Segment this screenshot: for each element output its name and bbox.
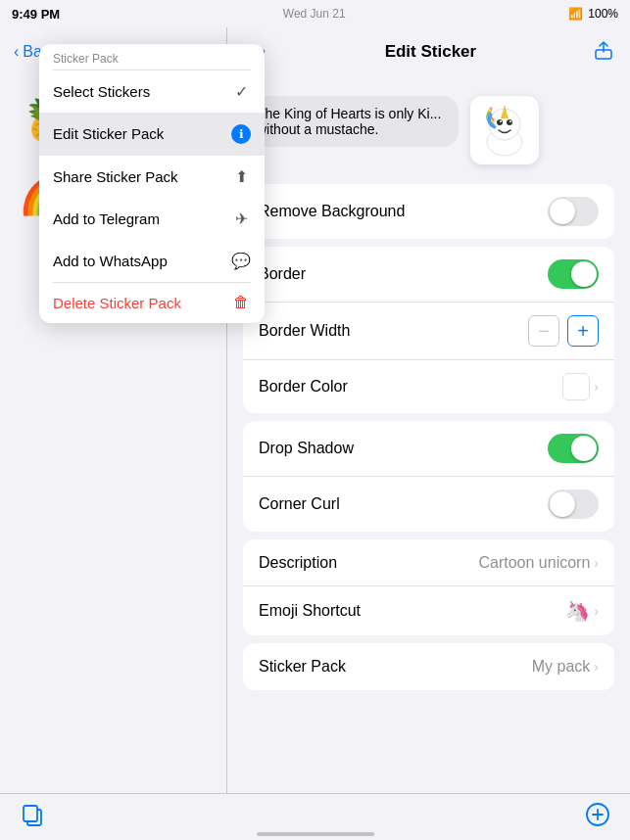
preview-bubble: The King of Hearts is only Ki... without… [243,96,459,147]
remove-bg-label: Remove Background [259,203,405,220]
settings-section-sticker-pack: Sticker Pack My pack › [243,643,614,690]
corner-curl-label: Corner Curl [259,495,340,513]
dropdown-item-add-whatsapp[interactable]: Add to WhatsApp 💬 [39,240,265,282]
description-label: Description [259,554,337,572]
settings-row-sticker-pack[interactable]: Sticker Pack My pack › [243,643,614,690]
svg-point-6 [500,120,502,122]
dropdown-menu: Sticker Pack Select Stickers ✓ Edit Stic… [39,44,265,323]
dropdown-item-share-sticker-pack[interactable]: Share Sticker Pack ⬆ [39,156,265,198]
settings-section-border: Border Border Width − + Border Color › [243,247,614,413]
delete-sticker-pack-icon: 🗑 [231,294,251,311]
dropdown-item-edit-sticker-pack[interactable]: Edit Sticker Pack ℹ [39,113,265,156]
settings-section-remove-bg: Remove Background [243,184,614,239]
add-telegram-label: Add to Telegram [53,210,160,227]
sticker-pack-name: My pack [532,658,591,676]
svg-point-5 [507,119,512,125]
sticker-pack-label: Sticker Pack [259,658,346,676]
border-width-stepper: − + [528,315,599,347]
settings-row-border-color[interactable]: Border Color › [243,360,614,413]
emoji-shortcut-label: Emoji Shortcut [259,602,361,620]
description-text: Cartoon unicorn [478,554,590,572]
drop-shadow-toggle[interactable] [548,434,599,463]
dropdown-section-header: Sticker Pack [39,44,265,70]
battery-icon: 100% [588,7,618,21]
add-telegram-icon: ✈ [231,210,251,228]
border-color-label: Border Color [259,378,348,396]
svg-point-4 [497,119,503,125]
emoji-shortcut-chevron: › [594,603,599,619]
status-right: 📶 100% [568,7,618,21]
status-time: 9:49 PM [12,7,60,22]
edit-sticker-pack-label: Edit Sticker Pack [53,125,164,142]
svg-rect-9 [24,806,37,821]
settings-row-drop-shadow: Drop Shadow [243,421,614,477]
sticker-pack-value: My pack › [532,658,599,676]
settings-row-emoji-shortcut[interactable]: Emoji Shortcut 🦄 › [243,586,614,635]
remove-bg-toggle[interactable] [548,197,599,226]
border-toggle[interactable] [548,259,599,289]
home-indicator [257,832,374,836]
border-width-increase-button[interactable]: + [567,315,599,347]
border-label: Border [259,265,306,283]
border-color-swatch [562,373,590,400]
svg-point-7 [509,120,511,122]
emoji-shortcut-value: 🦄 › [565,599,599,623]
emoji-shortcut-icon: 🦄 [565,599,590,623]
share-button[interactable] [593,39,614,66]
delete-sticker-pack-label: Delete Sticker Pack [53,295,181,311]
dropdown-item-select-stickers[interactable]: Select Stickers ✓ [39,70,265,113]
right-panel: ••• Edit Sticker The King of Hearts is o… [227,27,630,793]
corner-curl-toggle-thumb [550,491,575,517]
dropdown-item-delete-sticker-pack[interactable]: Delete Sticker Pack 🗑 [39,282,265,323]
select-stickers-label: Select Stickers [53,83,150,100]
add-whatsapp-icon: 💬 [231,252,251,270]
edit-sticker-pack-icon: ℹ [231,124,251,144]
copy-sticker-button[interactable] [20,802,45,833]
settings-section-shadow: Drop Shadow Corner Curl [243,421,614,532]
remove-bg-toggle-thumb [550,199,575,224]
right-nav-title: Edit Sticker [268,42,593,62]
settings-row-corner-curl: Corner Curl [243,477,614,532]
border-toggle-thumb [571,261,597,287]
settings-row-border: Border [243,247,614,303]
settings-row-description[interactable]: Description Cartoon unicorn › [243,539,614,586]
wifi-icon: 📶 [568,7,583,21]
share-sticker-pack-icon: ⬆ [231,167,251,186]
drop-shadow-toggle-thumb [571,436,597,461]
drop-shadow-label: Drop Shadow [259,440,354,457]
back-chevron-icon: ‹ [14,43,19,61]
dropdown-item-add-telegram[interactable]: Add to Telegram ✈ [39,198,265,240]
settings-row-border-width: Border Width − + [243,303,614,360]
preview-text: The King of Hearts is only Ki... without… [257,106,441,137]
border-color-value: › [562,373,599,400]
sticker-pack-chevron: › [594,659,599,675]
description-value: Cartoon unicorn › [478,554,599,572]
border-color-chevron: › [594,379,599,395]
sticker-preview-area: The King of Hearts is only Ki... without… [227,76,630,176]
border-width-decrease-button[interactable]: − [528,315,559,347]
share-sticker-pack-label: Share Sticker Pack [53,168,178,185]
preview-sticker [470,96,539,164]
settings-row-remove-bg: Remove Background [243,184,614,239]
settings-section-description: Description Cartoon unicorn › Emoji Shor… [243,539,614,635]
status-bar: 9:49 PM Wed Jun 21 📶 100% [0,0,630,27]
select-stickers-icon: ✓ [231,82,251,101]
right-nav-bar: ••• Edit Sticker [227,27,630,76]
status-date: Wed Jun 21 [283,7,346,21]
border-width-label: Border Width [259,322,350,340]
add-sticker-button[interactable] [585,802,610,833]
corner-curl-toggle[interactable] [548,490,599,519]
add-whatsapp-label: Add to WhatsApp [53,253,168,269]
description-chevron: › [594,555,599,571]
